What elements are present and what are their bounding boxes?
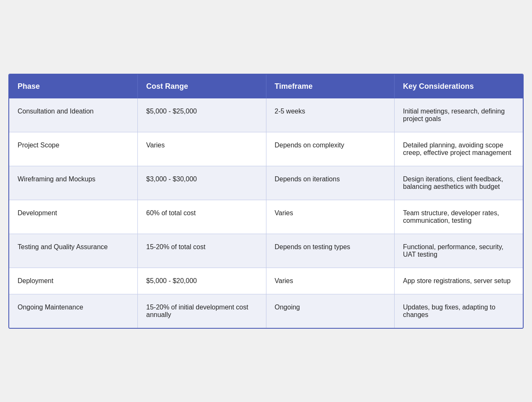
cell-timeframe: 2-5 weeks — [266, 98, 395, 132]
cell-cost: $5,000 - $25,000 — [138, 98, 266, 132]
cell-cost: $3,000 - $30,000 — [138, 166, 266, 200]
table-row: Testing and Quality Assurance15-20% of t… — [9, 234, 523, 268]
cell-phase: Project Scope — [9, 132, 138, 166]
cell-timeframe: Depends on testing types — [266, 234, 395, 268]
header-phase: Phase — [9, 75, 138, 98]
phases-table: Phase Cost Range Timeframe Key Considera… — [9, 75, 523, 328]
main-table-container: Phase Cost Range Timeframe Key Considera… — [8, 74, 524, 329]
table-row: Deployment$5,000 - $20,000VariesApp stor… — [9, 268, 523, 294]
cell-key: Updates, bug fixes, adapting to changes — [395, 294, 523, 328]
cell-cost: 15-20% of total cost — [138, 234, 266, 268]
cell-timeframe: Varies — [266, 200, 395, 234]
table-header-row: Phase Cost Range Timeframe Key Considera… — [9, 75, 523, 98]
cell-key: Functional, performance, security, UAT t… — [395, 234, 523, 268]
cell-key: Team structure, developer rates, communi… — [395, 200, 523, 234]
cell-cost: 15-20% of initial development cost annua… — [138, 294, 266, 328]
cell-key: Design iterations, client feedback, bala… — [395, 166, 523, 200]
cell-key: App store registrations, server setup — [395, 268, 523, 294]
table-row: Wireframing and Mockups$3,000 - $30,000D… — [9, 166, 523, 200]
cell-timeframe: Depends on complexity — [266, 132, 395, 166]
table-row: Ongoing Maintenance15-20% of initial dev… — [9, 294, 523, 328]
cell-cost: Varies — [138, 132, 266, 166]
cell-timeframe: Ongoing — [266, 294, 395, 328]
cell-timeframe: Depends on iterations — [266, 166, 395, 200]
cell-phase: Ongoing Maintenance — [9, 294, 138, 328]
cell-phase: Testing and Quality Assurance — [9, 234, 138, 268]
table-row: Consultation and Ideation$5,000 - $25,00… — [9, 98, 523, 132]
header-key: Key Considerations — [395, 75, 523, 98]
cell-phase: Development — [9, 200, 138, 234]
cell-phase: Wireframing and Mockups — [9, 166, 138, 200]
cell-key: Initial meetings, research, defining pro… — [395, 98, 523, 132]
cell-phase: Consultation and Ideation — [9, 98, 138, 132]
table-row: Project ScopeVariesDepends on complexity… — [9, 132, 523, 166]
cell-key: Detailed planning, avoiding scope creep,… — [395, 132, 523, 166]
cell-cost: $5,000 - $20,000 — [138, 268, 266, 294]
cell-cost: 60% of total cost — [138, 200, 266, 234]
header-time: Timeframe — [266, 75, 395, 98]
table-row: Development60% of total costVariesTeam s… — [9, 200, 523, 234]
cell-timeframe: Varies — [266, 268, 395, 294]
header-cost: Cost Range — [138, 75, 266, 98]
cell-phase: Deployment — [9, 268, 138, 294]
